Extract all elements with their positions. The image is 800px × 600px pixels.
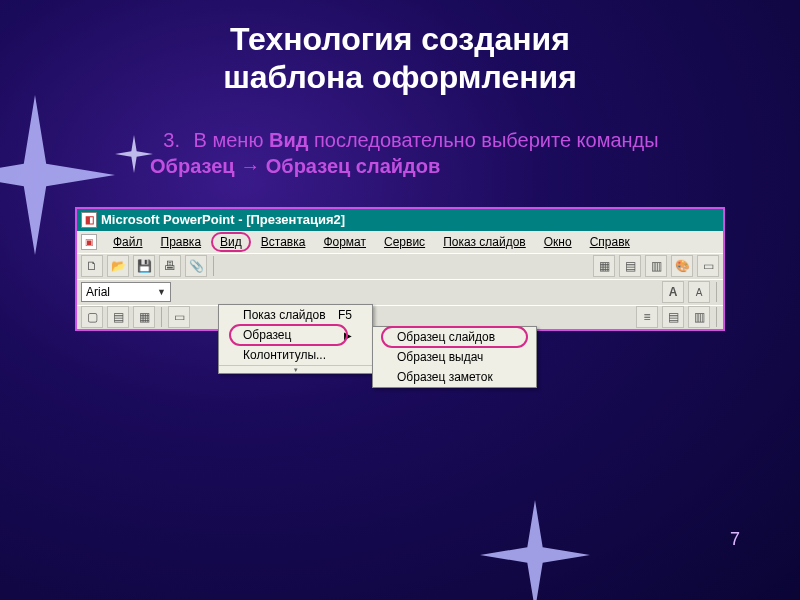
layout-button[interactable]: ▤ — [662, 306, 684, 328]
separator — [213, 256, 214, 276]
slide-title: Технология создания шаблона оформления — [0, 0, 800, 97]
standard-toolbar: 🗋 📂 💾 🖶 📎 ▦ ▤ ▥ 🎨 ▭ — [77, 253, 723, 279]
master-submenu: Образец слайдов Образец выдач Образец за… — [372, 326, 537, 388]
slide-view-button[interactable]: ▢ — [81, 306, 103, 328]
menu-edit[interactable]: Правка — [153, 233, 210, 251]
insert-table-button[interactable]: ▥ — [645, 255, 667, 277]
separator — [161, 307, 162, 327]
step-number: 3. — [150, 127, 180, 153]
sorter-view-button[interactable]: ▦ — [133, 306, 155, 328]
apply-button[interactable]: ▥ — [688, 306, 710, 328]
view-slideshow-item[interactable]: Показ слайдов F5 — [219, 305, 372, 325]
star-decor-small — [115, 135, 153, 173]
window-title: Microsoft PowerPoint - [Презентация2] — [101, 212, 345, 227]
view-headers-item[interactable]: Колонтитулы... — [219, 345, 372, 365]
submenu-arrow-icon: ▶ — [344, 330, 352, 341]
menu-format[interactable]: Формат — [315, 233, 374, 251]
instruction-text: 3. В меню Вид последовательно выберите к… — [150, 127, 720, 179]
menu-expand[interactable]: ▾ — [219, 365, 372, 373]
align-button[interactable]: ≡ — [636, 306, 658, 328]
view-dropdown: Показ слайдов F5 Образец ▶ Колонтитулы..… — [218, 304, 373, 374]
zoom-button[interactable]: ▭ — [697, 255, 719, 277]
separator — [716, 282, 717, 302]
new-button[interactable]: 🗋 — [81, 255, 103, 277]
decrease-font-button[interactable]: A — [688, 281, 710, 303]
title-line1: Технология создания — [230, 21, 570, 57]
powerpoint-window: ◧ Microsoft PowerPoint - [Презентация2] … — [75, 207, 725, 331]
chart-button[interactable]: ▤ — [619, 255, 641, 277]
font-selector[interactable]: Arial▼ — [81, 282, 171, 302]
separator — [716, 307, 717, 327]
menu-window[interactable]: Окно — [536, 233, 580, 251]
print-button[interactable]: 🖶 — [159, 255, 181, 277]
svg-marker-2 — [115, 135, 153, 173]
notes-master-item[interactable]: Образец заметок — [373, 367, 536, 387]
star-decor-left — [0, 95, 115, 255]
outline-view-button[interactable]: ▤ — [107, 306, 129, 328]
menu-slideshow[interactable]: Показ слайдов — [435, 233, 534, 251]
menu-view-highlighted[interactable]: Вид — [211, 232, 251, 252]
open-button[interactable]: 📂 — [107, 255, 129, 277]
color-button[interactable]: 🎨 — [671, 255, 693, 277]
handout-master-item[interactable]: Образец выдач — [373, 347, 536, 367]
menu-help[interactable]: Справк — [582, 233, 638, 251]
svg-marker-0 — [0, 95, 115, 255]
window-titlebar: ◧ Microsoft PowerPoint - [Презентация2] — [77, 209, 723, 231]
star-decor-bottom — [480, 500, 590, 600]
formatting-toolbar: Arial▼ A A — [77, 279, 723, 305]
view-master-item-highlighted[interactable]: Образец ▶ — [219, 325, 372, 345]
save-button[interactable]: 💾 — [133, 255, 155, 277]
menu-insert[interactable]: Вставка — [253, 233, 314, 251]
title-line2: шаблона оформления — [223, 59, 577, 95]
menu-bar: ▣ Файл Правка Вид Вставка Формат Сервис … — [77, 231, 723, 253]
menu-tools[interactable]: Сервис — [376, 233, 433, 251]
attach-button[interactable]: 📎 — [185, 255, 207, 277]
slide-master-item-highlighted[interactable]: Образец слайдов — [373, 327, 536, 347]
slide-number: 7 — [730, 529, 740, 550]
increase-font-button[interactable]: A — [662, 281, 684, 303]
chevron-down-icon: ▼ — [157, 287, 166, 297]
insert-slide-button[interactable]: ▭ — [168, 306, 190, 328]
table-button[interactable]: ▦ — [593, 255, 615, 277]
svg-marker-1 — [480, 500, 590, 600]
